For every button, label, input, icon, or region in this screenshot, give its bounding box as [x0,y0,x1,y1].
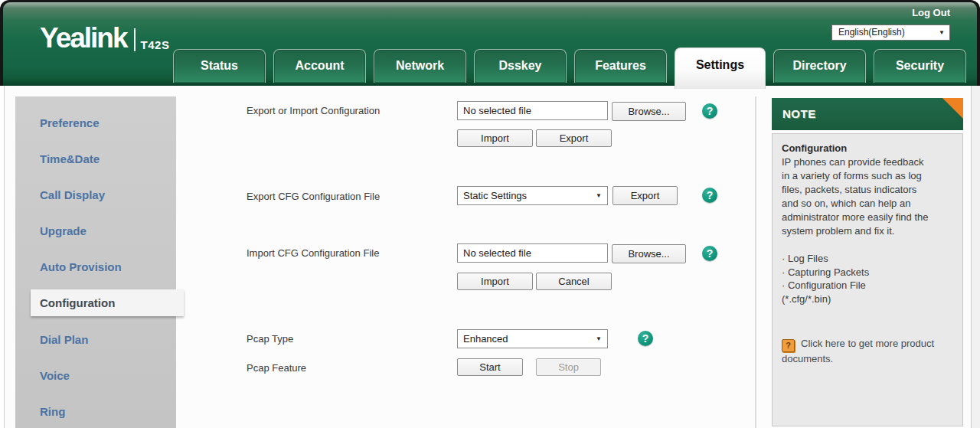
content-note-divider [755,96,756,428]
logo-divider [134,28,136,51]
sidebar-item-call-display[interactable]: Call Display [40,188,105,204]
tab-settings[interactable]: Settings [675,47,766,89]
pcap-type-help-icon[interactable]: ? [638,331,653,346]
product-documents-link[interactable]: ?Click here to get more product document… [782,337,953,366]
folded-corner-icon [942,98,963,119]
sidebar-item-preference[interactable]: Preference [40,116,100,132]
export-cfg-label: Export CFG Configuration File [247,191,380,202]
export-cfg-selected-value: Static Settings [463,190,527,201]
sidebar-item-time-date[interactable]: Time&Date [40,152,100,168]
note-panel-body: Configuration IP phones can provide feed… [772,133,963,426]
import-cfg-cancel-button[interactable]: Cancel [536,273,612,290]
pcap-stop-button[interactable]: Stop [536,358,601,376]
import-cfg-label: Import CFG Configuration File [247,247,379,259]
phone-model-label: T42S [141,38,170,51]
chevron-down-icon: ▼ [596,335,602,342]
import-cfg-help-icon[interactable]: ? [702,246,717,261]
export-cfg-help-icon[interactable]: ? [702,188,717,203]
sidebar-item-auto-provision[interactable]: Auto Provision [40,260,122,276]
pcap-type-label: Pcap Type [247,333,293,345]
main-tab-bar: Status Account Network Dsskey Features S… [173,47,966,89]
sidebar-item-dial-plan[interactable]: Dial Plan [40,333,88,348]
settings-sidebar: Preference Time&Date Call Display Upgrad… [15,96,176,428]
import-cfg-browse-button[interactable]: Browse... [612,244,686,263]
product-documents-text: Click here to get more product documents… [782,338,934,364]
export-import-file-field[interactable]: No selected file [457,101,608,120]
pcap-start-button[interactable]: Start [457,358,523,376]
import-cfg-file-field[interactable]: No selected file [457,243,608,263]
sidebar-item-ring[interactable]: Ring [40,405,65,420]
tab-network[interactable]: Network [374,49,466,83]
yealink-logo: Yealink T42S [40,24,169,52]
note-panel: NOTE Configuration IP phones can provide… [772,98,963,426]
chevron-down-icon: ▼ [596,192,602,199]
export-import-help-icon[interactable]: ? [702,103,717,119]
import-cfg-file-value: No selected file [463,247,531,259]
note-paragraph: IP phones can provide feedback in a vari… [782,155,953,238]
export-cfg-export-button[interactable]: Export [612,186,678,205]
tab-features[interactable]: Features [574,49,667,83]
export-import-file-value: No selected file [463,105,531,116]
pcap-feature-label: Pcap Feature [247,362,306,374]
note-bullet-list: · Log Files · Capturing Packets · Config… [782,252,953,307]
pcap-type-selected-value: Enhanced [463,333,508,345]
chevron-down-icon: ▼ [939,29,945,37]
note-title: NOTE [772,98,963,130]
note-panel-header: NOTE [772,98,963,130]
pcap-type-select[interactable]: Enhanced ▼ [457,329,608,348]
export-import-configuration-label: Export or Import Configuration [247,105,380,116]
page-left-border [4,86,5,428]
tab-directory[interactable]: Directory [773,49,866,83]
sidebar-item-upgrade[interactable]: Upgrade [40,224,87,240]
tab-status[interactable]: Status [173,49,266,83]
configuration-import-button[interactable]: Import [457,129,533,147]
header: Yealink T42S Log Out English(English) ▼ … [0,0,980,86]
tab-account[interactable]: Account [273,49,366,83]
sidebar-item-configuration[interactable]: Configuration [40,296,115,312]
import-cfg-import-button[interactable]: Import [457,273,533,290]
sidebar-item-voice[interactable]: Voice [40,369,70,384]
document-help-icon: ? [782,339,795,352]
configuration-export-button[interactable]: Export [536,129,612,147]
language-select[interactable]: English(English) ▼ [831,25,950,41]
language-selected-value: English(English) [838,27,905,38]
header-background: Yealink T42S Log Out English(English) ▼ … [3,2,977,86]
logo-text: Yealink [40,24,127,52]
log-out-link[interactable]: Log Out [912,7,950,18]
note-heading: Configuration [782,142,953,155]
export-cfg-select[interactable]: Static Settings ▼ [457,186,608,205]
vertical-scrollbar[interactable] [971,86,980,428]
export-import-browse-button[interactable]: Browse... [612,102,686,121]
tab-security[interactable]: Security [874,49,966,83]
tab-dsskey[interactable]: Dsskey [474,49,567,83]
